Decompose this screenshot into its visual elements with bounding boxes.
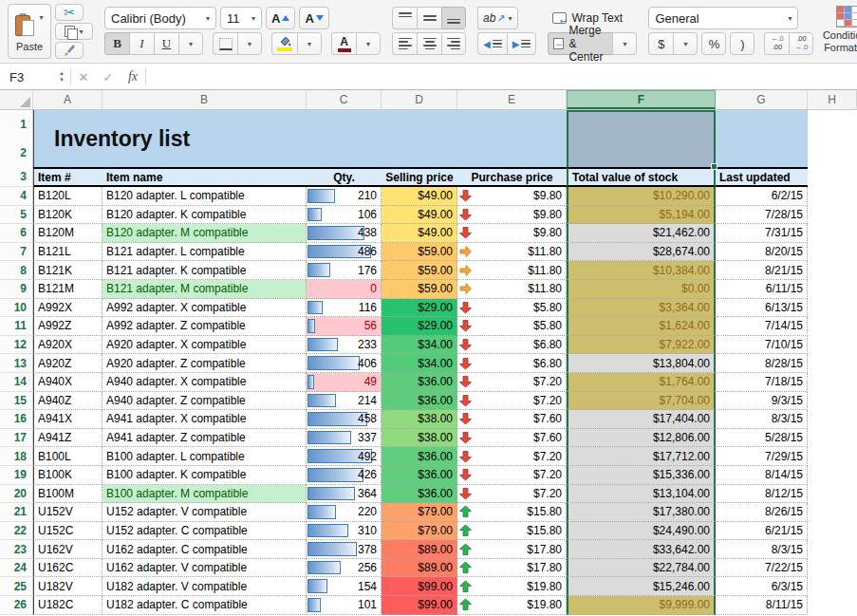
cell-item-number[interactable]: U162C — [33, 559, 102, 578]
empty-cell[interactable] — [808, 280, 857, 299]
cell-last-updated[interactable]: 7/29/15 — [716, 447, 808, 466]
cell-selling-price[interactable]: $36.00 — [382, 392, 457, 411]
cancel-button[interactable]: ✕ — [71, 70, 96, 84]
selected-column-title-overlay[interactable] — [567, 110, 716, 167]
cell-item-name[interactable]: A920 adapter. X compatible — [102, 336, 307, 355]
cell-total-value[interactable]: $21,462.00 — [567, 224, 716, 243]
table-header-item-name[interactable]: Item name — [102, 167, 307, 187]
column-header-C[interactable]: C — [307, 90, 382, 109]
cell-selling-price[interactable]: $99.00 — [382, 596, 457, 615]
row-header-13[interactable]: 13 — [0, 354, 33, 373]
cell-total-value[interactable]: $13,804.00 — [567, 354, 716, 373]
percent-button[interactable]: % — [701, 32, 726, 55]
cell-quantity[interactable]: 364 — [307, 485, 382, 504]
row-header-10[interactable]: 10 — [0, 299, 33, 318]
cell-last-updated[interactable]: 8/12/15 — [716, 485, 808, 504]
cell-last-updated[interactable]: 8/3/15 — [716, 540, 808, 559]
align-top-button[interactable] — [392, 7, 417, 29]
cell-item-number[interactable]: A941Z — [33, 429, 102, 448]
empty-cell[interactable] — [808, 410, 857, 429]
cell-item-number[interactable]: A920Z — [33, 354, 102, 373]
cell-last-updated[interactable]: 7/31/15 — [716, 224, 808, 243]
cell-item-number[interactable]: U152C — [33, 522, 102, 541]
conditional-formatting-button[interactable]: ≠ ▾ ConditionalFormatting — [819, 0, 857, 63]
cell-item-name[interactable]: B100 adapter. M compatible — [102, 485, 307, 504]
cell-item-name[interactable]: A992 adapter. Z compatible — [102, 317, 307, 336]
cell-quantity[interactable]: 154 — [307, 577, 382, 596]
cell-selling-price[interactable]: $79.00 — [382, 522, 457, 541]
row-header-14[interactable]: 14 — [0, 373, 33, 392]
row-header-18[interactable]: 18 — [0, 447, 33, 466]
table-header-last-updated[interactable]: Last updated — [716, 167, 808, 187]
column-header-E[interactable]: E — [457, 90, 567, 109]
cell-purchase-price[interactable]: $7.60 — [457, 429, 567, 448]
cell-last-updated[interactable]: 8/3/15 — [716, 410, 808, 429]
cell-item-name[interactable]: B121 adapter. K compatible — [102, 261, 307, 280]
row-headers-1-2[interactable]: 1 2 — [0, 110, 33, 167]
cell-purchase-price[interactable]: $15.80 — [457, 522, 567, 541]
cell-item-name[interactable]: A940 adapter. X compatible — [102, 373, 307, 392]
cell-selling-price[interactable]: $49.00 — [382, 187, 457, 206]
cell-item-name[interactable]: U162 adapter. C compatible — [102, 540, 307, 559]
cell-item-name[interactable]: B120 adapter. M compatible — [102, 224, 307, 243]
row-header-25[interactable]: 25 — [0, 577, 33, 596]
cell-selling-price[interactable]: $59.00 — [382, 280, 457, 299]
align-right-button[interactable] — [441, 32, 466, 55]
cut-button[interactable]: ✂ — [55, 4, 84, 21]
cell-item-name[interactable]: B100 adapter. L compatible — [102, 447, 307, 466]
row-header-23[interactable]: 23 — [0, 540, 33, 559]
cell-purchase-price[interactable]: $6.80 — [457, 336, 567, 355]
empty-cell[interactable] — [808, 354, 857, 373]
cell-item-name[interactable]: B121 adapter. M compatible — [102, 280, 307, 299]
cell-item-number[interactable]: B100K — [33, 466, 102, 485]
cell-item-number[interactable]: B120K — [33, 206, 102, 225]
empty-cell[interactable] — [808, 299, 857, 318]
cell-quantity[interactable]: 116 — [307, 299, 382, 318]
cell-quantity[interactable]: 458 — [307, 410, 382, 429]
cell-selling-price[interactable]: $49.00 — [382, 224, 457, 243]
row-header-6[interactable]: 6 — [0, 224, 33, 243]
cell-total-value[interactable]: $33,642.00 — [567, 540, 716, 559]
increase-indent-button[interactable]: ▶ — [507, 32, 537, 55]
cell-purchase-price[interactable]: $7.60 — [457, 410, 567, 429]
table-header-item-[interactable]: Item # — [33, 167, 102, 187]
cell-selling-price[interactable]: $38.00 — [382, 429, 457, 448]
empty-cell[interactable] — [808, 317, 857, 336]
cell-quantity[interactable]: 101 — [307, 596, 382, 615]
row-header-8[interactable]: 8 — [0, 261, 33, 280]
cell-item-number[interactable]: A920X — [33, 336, 102, 355]
cell-quantity[interactable]: 49 — [307, 373, 382, 392]
table-header-qty-[interactable]: Qty. — [307, 167, 382, 187]
name-box[interactable]: F3 — [0, 70, 59, 84]
cell-item-name[interactable]: U182 adapter. C compatible — [102, 596, 307, 615]
cell-last-updated[interactable]: 8/11/15 — [716, 596, 808, 615]
cell-item-name[interactable]: B100 adapter. K compatible — [102, 466, 307, 485]
cell-selling-price[interactable]: $36.00 — [382, 485, 457, 504]
cell-purchase-price[interactable]: $7.20 — [457, 447, 567, 466]
name-box-stepper[interactable]: ▲▼ — [59, 70, 65, 83]
cell-purchase-price[interactable]: $15.80 — [457, 503, 567, 522]
cell-total-value[interactable]: $10,384.00 — [567, 261, 716, 280]
table-header-total-value-of-stock[interactable]: Total value of stock — [567, 167, 716, 187]
empty-cell[interactable] — [808, 466, 857, 485]
empty-cell[interactable] — [808, 224, 857, 243]
cell-total-value[interactable]: $15,246.00 — [567, 577, 716, 596]
format-painter-button[interactable] — [55, 42, 84, 59]
cell-item-name[interactable]: A940 adapter. Z compatible — [102, 392, 307, 411]
underline-button[interactable]: U — [154, 32, 178, 55]
cell-last-updated[interactable]: 8/26/15 — [716, 503, 808, 522]
cell-total-value[interactable]: $17,712.00 — [567, 447, 716, 466]
cell-total-value[interactable]: $7,922.00 — [567, 336, 716, 355]
row-header-20[interactable]: 20 — [0, 485, 33, 504]
cell-quantity[interactable]: 337 — [307, 429, 382, 448]
empty-cell[interactable] — [808, 336, 857, 355]
cell-item-number[interactable]: B100L — [33, 447, 102, 466]
cell-purchase-price[interactable]: $7.20 — [457, 485, 567, 504]
row-header-1[interactable]: 1 — [20, 118, 27, 131]
cell-quantity[interactable]: 233 — [307, 336, 382, 355]
cell-total-value[interactable]: $28,674.00 — [567, 243, 716, 262]
cell-total-value[interactable]: $0.00 — [567, 280, 716, 299]
cell-purchase-price[interactable]: $17.80 — [457, 559, 567, 578]
column-header-B[interactable]: B — [102, 90, 307, 109]
cell-item-number[interactable]: A992X — [33, 299, 102, 318]
